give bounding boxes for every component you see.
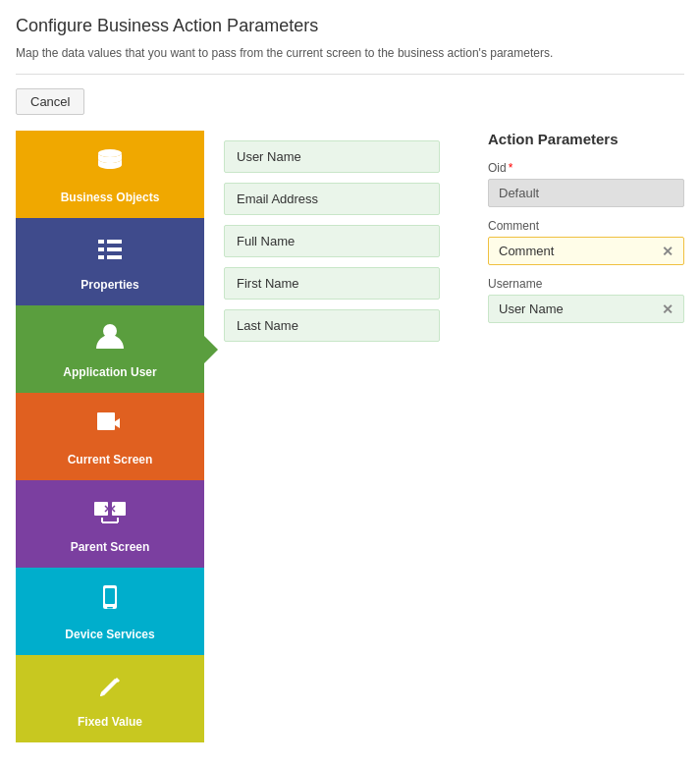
user-icon <box>92 319 128 359</box>
svg-rect-4 <box>107 247 122 251</box>
username-label: Username <box>488 277 684 291</box>
comment-clear-button[interactable]: ✕ <box>662 245 673 258</box>
page-container: Configure Business Action Parameters Map… <box>0 0 700 758</box>
divider <box>16 74 684 75</box>
svg-rect-5 <box>98 255 104 259</box>
svg-rect-10 <box>112 502 126 516</box>
oid-input: Default <box>488 179 684 207</box>
svg-rect-3 <box>98 247 104 251</box>
sidebar-item-business-objects[interactable]: Business Objects <box>16 131 204 218</box>
svg-rect-8 <box>97 412 115 430</box>
list-icon <box>92 232 128 272</box>
username-input[interactable]: User Name ✕ <box>488 295 684 323</box>
username-clear-button[interactable]: ✕ <box>662 302 673 316</box>
page-title: Configure Business Action Parameters <box>16 16 684 36</box>
oid-label: Oid* <box>488 161 684 175</box>
db-icon <box>92 144 128 185</box>
svg-rect-1 <box>98 240 104 244</box>
field-full-name[interactable]: Full Name <box>224 225 440 257</box>
sidebar-label-current-screen: Current Screen <box>68 453 153 466</box>
oid-field: Oid* Default <box>488 161 684 207</box>
sidebar-item-properties[interactable]: Properties <box>16 218 204 305</box>
pencil-icon <box>92 669 128 709</box>
sidebar-item-current-screen[interactable]: Current Screen <box>16 393 204 480</box>
comment-input[interactable]: Comment ✕ <box>488 237 684 265</box>
sidebar-label-properties: Properties <box>81 278 138 292</box>
screen-icon <box>92 407 128 447</box>
sidebar-label-parent-screen: Parent Screen <box>71 540 150 554</box>
sidebar-item-parent-screen[interactable]: Parent Screen <box>16 480 204 568</box>
field-list: User Name Email Address Full Name First … <box>224 140 458 342</box>
field-user-name[interactable]: User Name <box>224 140 440 173</box>
mobile-icon <box>92 581 128 622</box>
sidebar-label-device-services: Device Services <box>65 628 154 641</box>
username-field: Username User Name ✕ <box>488 277 684 323</box>
svg-rect-2 <box>107 240 122 244</box>
sidebar-item-application-user[interactable]: Application User <box>16 305 204 393</box>
center-content: User Name Email Address Full Name First … <box>204 131 478 523</box>
action-params-title: Action Parameters <box>488 131 684 147</box>
cancel-button[interactable]: Cancel <box>16 88 84 115</box>
oid-required-marker: * <box>509 161 513 175</box>
comment-label: Comment <box>488 219 684 233</box>
svg-point-0 <box>98 149 122 157</box>
svg-rect-9 <box>94 502 108 516</box>
sidebar-item-device-services[interactable]: Device Services <box>16 568 204 655</box>
field-email-address[interactable]: Email Address <box>224 183 440 215</box>
svg-rect-12 <box>105 588 115 604</box>
svg-rect-6 <box>107 255 122 259</box>
svg-rect-13 <box>107 607 113 609</box>
comment-field: Comment Comment ✕ <box>488 219 684 265</box>
parent-screen-icon <box>92 494 128 534</box>
field-first-name[interactable]: First Name <box>224 267 440 300</box>
sidebar-label-business-objects: Business Objects <box>61 191 160 204</box>
sidebar-item-fixed-value[interactable]: Fixed Value <box>16 655 204 742</box>
sidebar-label-fixed-value: Fixed Value <box>78 715 142 729</box>
field-last-name[interactable]: Last Name <box>224 309 440 342</box>
right-panel: Action Parameters Oid* Default Comment C… <box>478 131 684 335</box>
page-description: Map the data values that you want to pas… <box>16 46 684 60</box>
sidebar-label-application-user: Application User <box>63 365 156 379</box>
main-area: Business Objects Properties <box>16 131 684 742</box>
sidebar: Business Objects Properties <box>16 131 204 742</box>
